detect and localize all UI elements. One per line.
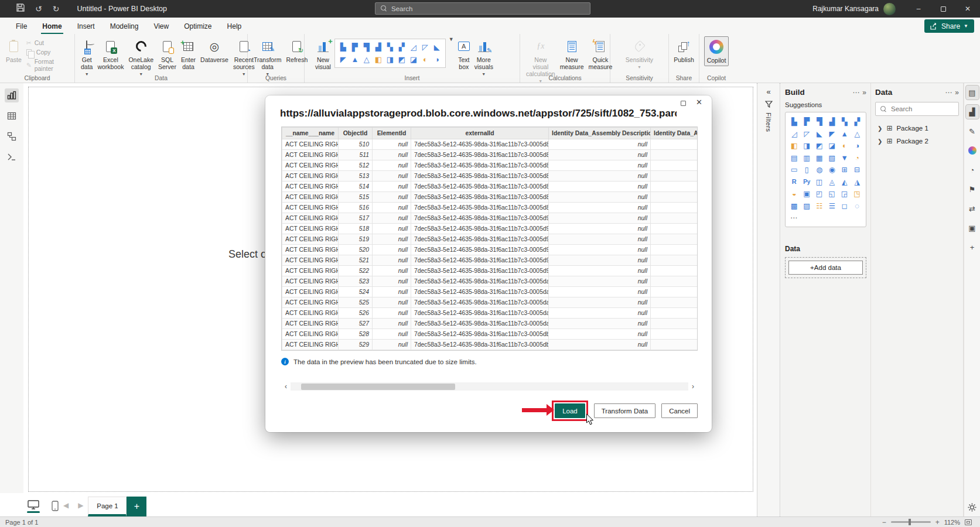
- onelake-catalog-button[interactable]: OneLake catalog▼: [126, 36, 156, 78]
- close-button[interactable]: ✕: [955, 0, 980, 18]
- expand-filters-icon[interactable]: «: [766, 87, 770, 96]
- data-pane-collapse-icon[interactable]: »: [955, 88, 959, 97]
- format-pane-icon[interactable]: ✎: [966, 124, 979, 138]
- copy-button[interactable]: Copy: [24, 48, 71, 56]
- table-icon[interactable]: ⊞: [842, 166, 848, 174]
- qna-icon[interactable]: ◭: [842, 179, 848, 186]
- publish-button[interactable]: ↑ Publish: [671, 36, 696, 65]
- avatar[interactable]: [883, 3, 896, 15]
- zoom-level[interactable]: 112%: [944, 519, 960, 526]
- new-visual-button[interactable]: + New visual: [313, 36, 333, 72]
- line-chart-icon[interactable]: ◿: [791, 131, 797, 138]
- arcgis-map-icon[interactable]: ▼: [841, 155, 848, 162]
- card-icon[interactable]: ◩: [398, 56, 405, 63]
- get-data-button[interactable]: Get data▼: [78, 36, 95, 78]
- report-view-button[interactable]: [5, 88, 19, 102]
- stacked-bar-chart-icon[interactable]: ▙: [340, 43, 346, 51]
- search-input[interactable]: Search: [375, 2, 590, 15]
- performance-analyzer-pane-icon[interactable]: ◔: [966, 163, 979, 177]
- bookmarks-pane-icon[interactable]: ⚑: [966, 182, 979, 196]
- ribbon-chart-icon[interactable]: △: [854, 131, 860, 138]
- funnel-chart-icon[interactable]: ◐: [423, 56, 428, 63]
- selection-pane-icon[interactable]: ▣: [966, 221, 979, 235]
- desktop-layout-button[interactable]: [27, 500, 40, 513]
- power-apps-icon[interactable]: ◰: [816, 190, 823, 198]
- shape-map-icon[interactable]: ▦: [816, 155, 823, 162]
- matrix-icon[interactable]: △: [364, 56, 370, 63]
- area-chart-icon[interactable]: ◸: [422, 43, 428, 51]
- clustered-bar-chart-icon[interactable]: ▟: [375, 43, 381, 51]
- scorecard-icon[interactable]: ◳: [853, 190, 861, 198]
- treemap-icon[interactable]: ◑: [435, 56, 439, 63]
- cancel-button[interactable]: Cancel: [661, 403, 698, 418]
- new-slicer-icon[interactable]: ▨: [803, 203, 810, 210]
- pro-visual-icon[interactable]: ◌: [855, 203, 859, 210]
- maximize-button[interactable]: [931, 0, 955, 18]
- text-slicer-icon[interactable]: ☰: [829, 203, 835, 210]
- table-view-button[interactable]: [5, 109, 19, 123]
- slicer-icon[interactable]: ◉: [829, 166, 835, 174]
- previous-page-icon[interactable]: ◀: [63, 501, 69, 509]
- scrollbar-thumb[interactable]: [301, 384, 455, 390]
- share-button[interactable]: Share ▼: [924, 19, 974, 33]
- load-button[interactable]: Load: [555, 403, 585, 418]
- zoom-slider[interactable]: [891, 521, 931, 523]
- map-icon[interactable]: ▤: [791, 155, 798, 162]
- line-and-clustered-column-chart-icon[interactable]: ▲: [841, 131, 848, 138]
- smart-narrative-icon[interactable]: ◮: [854, 179, 860, 186]
- button-slicer-icon[interactable]: ☷: [816, 203, 822, 210]
- user-name[interactable]: Rajkumar Kansagara: [812, 5, 879, 13]
- paste-button[interactable]: Paste: [4, 36, 24, 65]
- pie-chart-icon[interactable]: ◪: [828, 142, 835, 150]
- decomposition-tree-icon[interactable]: ◪: [410, 56, 417, 63]
- filled-map-icon[interactable]: ▥: [803, 155, 810, 162]
- power-automate-icon[interactable]: ◱: [828, 190, 835, 198]
- paginated-report-icon[interactable]: ▣: [803, 190, 810, 198]
- stacked-bar-chart-icon[interactable]: ▙: [791, 118, 797, 126]
- redo-icon[interactable]: ↻: [53, 4, 60, 13]
- line-chart-icon[interactable]: ◿: [411, 43, 416, 51]
- add-data-button[interactable]: +Add data: [788, 261, 863, 275]
- pie-chart-icon[interactable]: ◤: [340, 56, 346, 63]
- kpi-icon[interactable]: ◍: [816, 166, 822, 174]
- card-icon[interactable]: ▭: [791, 166, 798, 174]
- 100-stacked-bar-chart-icon[interactable]: ▜: [364, 43, 370, 51]
- menu-help[interactable]: Help: [220, 19, 250, 33]
- gallery-expand-icon[interactable]: ▼: [447, 36, 456, 42]
- next-page-icon[interactable]: ▶: [78, 501, 83, 509]
- build-visual-pane-icon[interactable]: ▟: [966, 105, 979, 119]
- clustered-bar-chart-icon[interactable]: ▜: [817, 118, 822, 126]
- waterfall-chart-icon[interactable]: ◧: [791, 142, 798, 150]
- filters-pane-title[interactable]: Filters: [765, 112, 772, 132]
- save-icon[interactable]: [16, 4, 25, 14]
- page-tab[interactable]: Page 1: [88, 497, 127, 516]
- zoom-in-button[interactable]: +: [935, 518, 940, 526]
- menu-view[interactable]: View: [146, 19, 176, 33]
- model-view-button[interactable]: [5, 129, 19, 143]
- transform-data-dialog-button[interactable]: Transform Data: [594, 403, 655, 418]
- more-visual-options-icon[interactable]: ⋯: [788, 214, 797, 222]
- donut-chart-icon[interactable]: ◐: [842, 142, 847, 150]
- build-pane-collapse-icon[interactable]: »: [862, 88, 866, 97]
- copilot-pane-icon[interactable]: [966, 143, 979, 158]
- copilot-button[interactable]: Copilot: [704, 36, 729, 66]
- format-painter-button[interactable]: ✎Format painter: [24, 57, 71, 73]
- dialog-restore-icon[interactable]: [681, 101, 686, 106]
- line-and-stacked-column-chart-icon[interactable]: ▚: [387, 43, 393, 51]
- stacked-area-chart-icon[interactable]: ◣: [817, 131, 822, 138]
- r-script-visual-icon[interactable]: R: [792, 179, 797, 185]
- area-chart-icon[interactable]: ◸: [804, 131, 810, 138]
- line-and-stacked-column-chart-icon[interactable]: ◤: [829, 131, 835, 138]
- 100-stacked-column-chart-icon[interactable]: ▞: [854, 118, 860, 126]
- sql-server-button[interactable]: SQL Server: [156, 36, 179, 72]
- zoom-out-button[interactable]: −: [882, 518, 886, 526]
- scroll-left-icon[interactable]: ‹: [281, 382, 291, 391]
- azure-map-icon[interactable]: ▧: [828, 155, 835, 162]
- expand-chevron-icon[interactable]: ❯: [877, 125, 882, 132]
- sync-slicers-pane-icon[interactable]: ⇄: [966, 201, 979, 215]
- dialog-close-icon[interactable]: ✕: [696, 98, 702, 107]
- new-measure-button[interactable]: New measure: [558, 36, 586, 72]
- build-pane-options-icon[interactable]: ⋯: [849, 88, 862, 97]
- scroll-right-icon[interactable]: ›: [688, 382, 698, 391]
- accordion-icon[interactable]: ◻: [842, 203, 848, 210]
